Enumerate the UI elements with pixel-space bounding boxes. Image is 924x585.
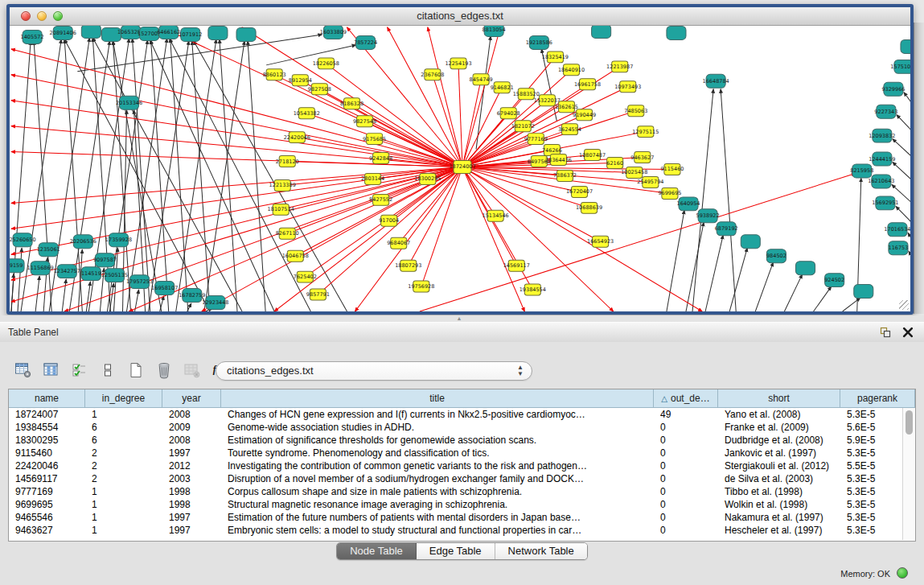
network-view-window: citations_edges.txt 88601238912954182260… [6, 4, 914, 315]
table-cell: 49 [654, 408, 718, 421]
svg-text:16654923: 16654923 [587, 238, 614, 245]
table-row[interactable]: 946554611997Estimation of the future num… [9, 511, 915, 524]
table-settings-icon[interactable] [14, 361, 32, 379]
table-cell: 9777169 [9, 485, 85, 498]
graph-node[interactable] [901, 39, 910, 53]
column-header-pagerank[interactable]: pagerank [840, 389, 915, 407]
network-window-titlebar[interactable]: citations_edges.txt [10, 7, 910, 26]
vertical-scrollbar[interactable] [902, 408, 915, 540]
svg-text:1405572: 1405572 [21, 34, 44, 40]
svg-text:12342757: 12342757 [54, 268, 80, 274]
table-row[interactable]: 946362711997Embryonic stem cells: a mode… [9, 524, 915, 537]
column-header-out_de[interactable]: △out_de… [654, 389, 718, 407]
svg-text:7485063: 7485063 [624, 108, 647, 114]
svg-text:12213987: 12213987 [606, 64, 633, 70]
svg-text:16720407: 16720407 [566, 188, 593, 195]
svg-text:15883520: 15883520 [513, 91, 540, 97]
graph-node[interactable] [795, 262, 815, 275]
table-body: 1872400712008Changes of HCN gene express… [9, 408, 915, 541]
column-header-title[interactable]: title [221, 389, 654, 407]
close-icon[interactable] [901, 326, 914, 339]
svg-text:16782759: 16782759 [179, 292, 205, 299]
table-cell: 2008 [162, 408, 221, 421]
table-row[interactable]: 1456911722003Disruption of a novel membe… [9, 472, 915, 485]
table-cell: 0 [654, 498, 718, 511]
svg-text:19384554: 19384554 [519, 286, 546, 293]
column-header-name[interactable]: name [9, 389, 85, 407]
table-cell: 0 [654, 434, 718, 447]
table-panel-body: f(x) citations_edges.txt ▲▼ namein_degre… [0, 342, 924, 585]
svg-text:18325419: 18325419 [542, 54, 569, 60]
table-cell: Dudbridge et al. (2008) [718, 434, 840, 447]
table-columns-icon[interactable] [43, 361, 60, 379]
splitter-grip-icon[interactable]: ▲ [454, 316, 464, 321]
table-cell: Franke et al. (2009) [718, 421, 840, 434]
table-row[interactable]: 911546021997Tourette syndrome. Phenomeno… [9, 447, 915, 459]
column-header-in_degree[interactable]: in_degree [85, 389, 162, 407]
table-cell: 0 [654, 485, 718, 498]
status-bar: Memory: OK [0, 562, 924, 585]
window-resize-grip[interactable] [899, 300, 909, 310]
delete-table-disabled-icon[interactable] [183, 361, 201, 379]
table-row[interactable]: 2242004622012Investigating the contribut… [9, 459, 915, 472]
svg-text:917004: 917004 [379, 217, 399, 224]
tab-edge-table[interactable]: Edge Table [417, 543, 495, 559]
svg-text:8860123: 8860123 [263, 72, 286, 78]
svg-text:18807293: 18807293 [395, 262, 421, 269]
svg-text:3624554: 3624554 [558, 126, 581, 133]
svg-text:39159: 39159 [10, 262, 23, 269]
float-window-icon[interactable] [879, 326, 892, 339]
svg-text:7386372: 7386372 [553, 172, 577, 179]
svg-text:7625402: 7625402 [294, 274, 317, 280]
column-header-year[interactable]: year [162, 389, 221, 407]
graph-node[interactable] [741, 235, 760, 249]
table-cell: 1 [85, 485, 162, 498]
column-header-short[interactable]: short [718, 389, 840, 407]
graph-node[interactable] [592, 26, 611, 38]
select-checks-icon[interactable] [71, 361, 88, 379]
svg-text:9175685: 9175685 [363, 136, 386, 142]
svg-text:12093832: 12093832 [869, 133, 895, 139]
table-selector-dropdown[interactable]: citations_edges.txt ▲▼ [216, 361, 532, 381]
scrollbar-thumb[interactable] [906, 410, 913, 435]
table-row[interactable]: 1830029562008Estimation of significance … [9, 434, 915, 447]
table-panel-title: Table Panel [8, 327, 59, 338]
svg-text:25260650: 25260650 [10, 237, 36, 243]
table-cell: Jankovic et al. (1997) [718, 447, 840, 459]
svg-text:9827508: 9827508 [308, 86, 331, 93]
table-cell: 1998 [162, 498, 221, 511]
application-window: citations_edges.txt 88601238912954182260… [0, 0, 924, 585]
table-row[interactable]: 969969511998Structural magnetic resonanc… [9, 498, 915, 511]
horizontal-splitter[interactable]: ▲ [0, 315, 924, 322]
table-row[interactable]: 1938455462009Genome-wide association stu… [9, 421, 915, 434]
table-row[interactable]: 977716911998Corpus callosum shape and si… [9, 485, 915, 498]
table-row[interactable]: 1872400712008Changes of HCN gene express… [9, 408, 915, 421]
tab-node-table[interactable]: Node Table [337, 543, 417, 559]
graph-node[interactable] [208, 26, 228, 39]
svg-text:9827548: 9827548 [353, 118, 376, 125]
table-cell: 0 [654, 472, 718, 485]
graph-node[interactable] [667, 26, 686, 39]
delete-trash-icon[interactable] [155, 361, 173, 379]
row-height-icon[interactable] [99, 361, 117, 379]
graph-node[interactable] [854, 285, 873, 299]
svg-text:114519: 114519 [81, 270, 101, 277]
svg-text:116753: 116753 [888, 245, 908, 251]
table-cell: 6 [85, 434, 162, 447]
svg-text:12213389: 12213389 [269, 182, 296, 188]
svg-text:1362615: 1362615 [555, 104, 578, 110]
svg-text:1071912: 1071912 [179, 31, 202, 38]
svg-text:7857224: 7857224 [354, 39, 377, 46]
network-graph[interactable]: 8860123891295418226058982750810543382224… [10, 26, 910, 311]
new-document-icon[interactable] [127, 361, 145, 379]
tab-network-table[interactable]: Network Table [495, 543, 587, 559]
graph-node[interactable] [236, 27, 256, 41]
table-cell: 1998 [162, 485, 221, 498]
table-cell: 18300295 [9, 434, 85, 447]
network-canvas[interactable]: 8860123891295418226058982750810543382224… [10, 26, 910, 311]
svg-text:11156869: 11156869 [27, 265, 54, 271]
table-cell: 18724007 [9, 408, 85, 421]
graph-node[interactable] [81, 26, 101, 38]
table-cell: 1997 [162, 447, 221, 459]
svg-text:5938922: 5938922 [696, 212, 720, 219]
